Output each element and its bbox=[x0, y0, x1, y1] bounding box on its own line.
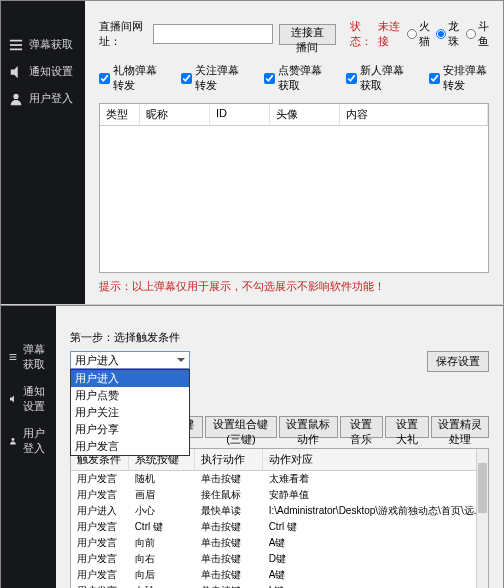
list-icon bbox=[9, 350, 17, 364]
sidebar-item-danmu[interactable]: 弹幕获取 bbox=[1, 31, 85, 58]
cell: 用户发言 bbox=[71, 487, 129, 503]
sidebar-label: 弹幕获取 bbox=[29, 37, 73, 52]
user-icon bbox=[9, 434, 17, 448]
step1-label: 第一步：选择触发条件 bbox=[70, 330, 489, 345]
main-panel: 直播间网址： 连接直播间 状态： 未连接 火猫 龙珠 斗鱼 礼物弹幕转发 关注弹… bbox=[85, 1, 503, 304]
cell: 太难看着 bbox=[263, 471, 488, 487]
table-row[interactable]: 用户发言Ctrl 键单击按键Ctrl 键 bbox=[71, 519, 488, 535]
cell: 用户发言 bbox=[71, 535, 129, 551]
option-enter[interactable]: 用户进入 bbox=[71, 370, 189, 387]
tab-gift[interactable]: 设置大礼 bbox=[385, 416, 429, 438]
table-row[interactable]: 用户发言随机单击按键太难看着 bbox=[71, 471, 488, 487]
col-id: ID bbox=[210, 104, 270, 125]
sidebar-item-login[interactable]: 用户登入 bbox=[1, 85, 85, 112]
option-follow[interactable]: 用户关注 bbox=[71, 404, 189, 421]
table-row[interactable]: 用户发言画眉接住鼠标安静单值 bbox=[71, 487, 488, 503]
status-label: 状态： bbox=[350, 19, 373, 49]
table-row[interactable]: 用户发言白珍单击按键I 键 bbox=[71, 583, 488, 588]
cell: 用户发言 bbox=[71, 583, 129, 588]
check-arrange[interactable]: 安排弹幕转发 bbox=[429, 63, 489, 93]
trigger-dropdown: 用户进入 用户点赞 用户关注 用户分享 用户发言 bbox=[70, 369, 190, 456]
trigger-select[interactable]: 用户进入 bbox=[70, 351, 190, 369]
cell: 向前 bbox=[129, 535, 195, 551]
cell: Ctrl 键 bbox=[263, 519, 488, 535]
option-like[interactable]: 用户点赞 bbox=[71, 387, 189, 404]
cell: 单击按键 bbox=[195, 583, 263, 588]
tab-combo3[interactable]: 设置组合键 (三键) bbox=[205, 416, 278, 438]
tab-sprite[interactable]: 设置精灵处理 bbox=[431, 416, 489, 438]
tip-text: 提示：以上弹幕仅用于展示，不勾选展示不影响软件功能！ bbox=[99, 279, 489, 294]
filter-row: 礼物弹幕转发 关注弹幕转发 点赞弹幕获取 新人弹幕获取 安排弹幕转发 bbox=[99, 63, 489, 93]
save-settings-button[interactable]: 保存设置 bbox=[427, 351, 489, 372]
radio-huomao[interactable]: 火猫 bbox=[407, 19, 430, 49]
table-row[interactable]: 用户发言向后单击按键A键 bbox=[71, 567, 488, 583]
cell: 安静单值 bbox=[263, 487, 488, 503]
svg-point-4 bbox=[13, 93, 18, 98]
sidebar-label: 用户登入 bbox=[23, 426, 48, 456]
gcol-map: 动作对应 bbox=[263, 449, 488, 470]
radio-longzhu[interactable]: 龙珠 bbox=[436, 19, 459, 49]
rules-body: 用户发言随机单击按键太难看着用户发言画眉接住鼠标安静单值用户进入小心最快单读I:… bbox=[71, 471, 488, 588]
col-nick: 昵称 bbox=[140, 104, 210, 125]
url-row: 直播间网址： 连接直播间 状态： 未连接 火猫 龙珠 斗鱼 bbox=[99, 19, 489, 49]
url-label: 直播间网址： bbox=[99, 19, 147, 49]
table-row[interactable]: 用户发言向右单击按键D键 bbox=[71, 551, 488, 567]
col-avatar: 头像 bbox=[270, 104, 340, 125]
sidebar2-item-login[interactable]: 用户登入 bbox=[1, 420, 56, 462]
sidebar-2: 弹幕获取 通知设置 用户登入 bbox=[1, 306, 56, 588]
cell: 用户发言 bbox=[71, 519, 129, 535]
room-url-input[interactable] bbox=[153, 24, 273, 44]
cell: 单击按键 bbox=[195, 535, 263, 551]
gcol-action: 执行动作 bbox=[195, 449, 263, 470]
cell: 向后 bbox=[129, 567, 195, 583]
sidebar-item-notify[interactable]: 通知设置 bbox=[1, 58, 85, 85]
svg-rect-5 bbox=[9, 354, 16, 355]
table-row[interactable]: 用户发言向前单击按键A键 bbox=[71, 535, 488, 551]
svg-marker-8 bbox=[10, 396, 14, 403]
window-trigger: — ✕ 弹幕获取 通知设置 用户登入 第一步：选择触发条件 用户进入 bbox=[0, 305, 504, 588]
table-row[interactable]: 用户进入小心最快单读I:\Administrator\Desktop\游戏前独动… bbox=[71, 503, 488, 519]
cell: 小心 bbox=[129, 503, 195, 519]
check-like[interactable]: 点赞弹幕获取 bbox=[264, 63, 324, 93]
scrollbar[interactable] bbox=[476, 449, 488, 588]
sidebar2-item-notify[interactable]: 通知设置 bbox=[1, 378, 56, 420]
sidebar2-item-danmu[interactable]: 弹幕获取 bbox=[1, 336, 56, 378]
cell: 最快单读 bbox=[195, 503, 263, 519]
cell: 单击按键 bbox=[195, 567, 263, 583]
sidebar-label: 通知设置 bbox=[23, 384, 48, 414]
list-icon bbox=[9, 38, 23, 52]
cell: 向右 bbox=[129, 551, 195, 567]
cell: 用户发言 bbox=[71, 551, 129, 567]
check-newuser[interactable]: 新人弹幕获取 bbox=[346, 63, 406, 93]
sidebar-label: 用户登入 bbox=[29, 91, 73, 106]
cell: 用户进入 bbox=[71, 503, 129, 519]
cell: 画眉 bbox=[129, 487, 195, 503]
cell: 单击按键 bbox=[195, 519, 263, 535]
tab-mouse[interactable]: 设置鼠标动作 bbox=[279, 416, 337, 438]
svg-rect-0 bbox=[10, 39, 22, 41]
sidebar-label: 通知设置 bbox=[29, 64, 73, 79]
rules-table: 触发条件 系统按键 执行动作 动作对应 用户发言随机单击按键太难看着用户发言画眉… bbox=[70, 448, 489, 588]
step1-row: 用户进入 用户进入 用户点赞 用户关注 用户分享 用户发言 保存设置 bbox=[70, 351, 489, 372]
danmu-table: 类型 昵称 ID 头像 内容 bbox=[99, 103, 489, 273]
svg-rect-6 bbox=[9, 357, 16, 358]
tab-music[interactable]: 设置音乐 bbox=[340, 416, 384, 438]
status: 状态： 未连接 bbox=[350, 19, 400, 49]
cell: D键 bbox=[263, 551, 488, 567]
radio-douyu[interactable]: 斗鱼 bbox=[466, 19, 489, 49]
option-share[interactable]: 用户分享 bbox=[71, 421, 189, 438]
platform-radios: 火猫 龙珠 斗鱼 bbox=[407, 19, 489, 49]
connect-button[interactable]: 连接直播间 bbox=[279, 24, 337, 45]
cell: A键 bbox=[263, 535, 488, 551]
scrollbar-thumb[interactable] bbox=[478, 463, 487, 513]
cell: I 键 bbox=[263, 583, 488, 588]
svg-rect-2 bbox=[10, 48, 22, 50]
sound-icon bbox=[9, 65, 23, 79]
check-follow[interactable]: 关注弹幕转发 bbox=[181, 63, 241, 93]
svg-marker-3 bbox=[11, 65, 18, 77]
check-gift[interactable]: 礼物弹幕转发 bbox=[99, 63, 159, 93]
option-speak[interactable]: 用户发言 bbox=[71, 438, 189, 455]
sound-icon bbox=[9, 392, 17, 406]
cell: Ctrl 键 bbox=[129, 519, 195, 535]
status-value: 未连接 bbox=[378, 19, 401, 49]
